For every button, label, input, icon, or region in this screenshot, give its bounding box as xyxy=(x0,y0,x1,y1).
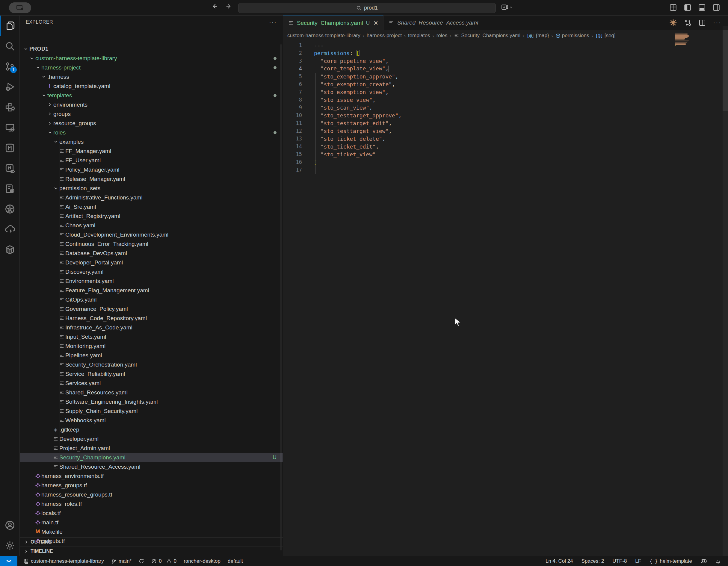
kubernetes-icon[interactable] xyxy=(0,199,20,219)
tree-item-groups[interactable]: groups xyxy=(20,109,283,119)
tree-item-harness-resource-groups-tf[interactable]: harness_resource_groups.tf xyxy=(20,490,283,499)
tree-item-environments[interactable]: environments xyxy=(20,100,283,109)
line-number[interactable]: 3 xyxy=(283,58,302,64)
tree-item-main-tf[interactable]: main.tf xyxy=(20,518,283,527)
terraform-cloud-icon[interactable] xyxy=(0,158,20,179)
code-line-8[interactable]: 8 "sto_issue_view", xyxy=(283,96,721,104)
timeline-section-header[interactable]: TIMELINE xyxy=(20,547,283,556)
line-number[interactable]: 7 xyxy=(283,89,302,95)
tree-item-harness-project[interactable]: harness-project xyxy=(20,63,283,72)
tree-item-roles[interactable]: roles xyxy=(20,128,283,137)
tree-item-ff-manager-yaml[interactable]: FF_Manager.yaml xyxy=(20,147,283,156)
tree-item-webhooks-yaml[interactable]: Webhooks.yaml xyxy=(20,416,283,425)
tab-security-champions-yaml[interactable]: Security_Champions.yamlU✕ xyxy=(283,16,383,30)
status-problems[interactable]: 00 xyxy=(151,558,176,564)
code-line-14[interactable]: 14 "sto_ticket_edit", xyxy=(283,143,721,150)
breadcrumb-item-security-champions-yaml[interactable]: Security_Champions.yaml xyxy=(454,33,520,39)
tree-item-developer-portal-yaml[interactable]: Developer_Portal.yaml xyxy=(20,258,283,267)
line-number[interactable]: 4 xyxy=(283,66,302,72)
line-number[interactable]: 1 xyxy=(283,42,302,48)
tree-item-cloud-development-environments-yaml[interactable]: Cloud_Development_Environments.yaml xyxy=(20,230,283,239)
breadcrumb-item-custom-harness-template-library[interactable]: custom-harness-template-library xyxy=(287,33,360,39)
tree-item-pipelines-yaml[interactable]: Pipelines.yaml xyxy=(20,351,283,360)
more-actions-icon[interactable]: ··· xyxy=(713,19,721,27)
tree-item-locals-tf[interactable]: locals.tf xyxy=(20,508,283,518)
status-rancher[interactable]: rancher-desktop xyxy=(184,558,220,564)
tree-item-services-yaml[interactable]: Services.yaml xyxy=(20,378,283,388)
line-number[interactable]: 13 xyxy=(283,136,302,142)
tree-item-security-champions-yaml[interactable]: Security_Champions.yamlU xyxy=(20,453,283,462)
line-number[interactable]: 16 xyxy=(283,159,302,165)
tree-item-makefile[interactable]: MMakefile xyxy=(20,527,283,536)
tree-item-harness-code-repository-yaml[interactable]: Harness_Code_Repository.yaml xyxy=(20,313,283,323)
tree-item-ff-user-yaml[interactable]: FF_User.yaml xyxy=(20,156,283,165)
code-line-15[interactable]: 15 "sto_ticket_view" xyxy=(283,150,721,158)
open-changes-icon[interactable] xyxy=(684,19,691,26)
layout-toggle-button[interactable] xyxy=(501,4,513,11)
line-number[interactable]: 17 xyxy=(283,167,302,173)
code-line-5[interactable]: 5 "sto_exemption_approve", xyxy=(283,73,721,80)
code-line-9[interactable]: 9 "sto_scan_view", xyxy=(283,104,721,111)
status-language-mode[interactable]: { }helm-template xyxy=(650,558,692,564)
tree-item-custom-harness-template-library[interactable]: custom-harness-template-library xyxy=(20,54,283,63)
code-line-4[interactable]: 4 "core_template_view", xyxy=(283,65,721,73)
minimap[interactable] xyxy=(675,32,689,47)
toggle-secondary-sidebar-button[interactable] xyxy=(712,4,720,11)
tree-item-artifact-registry-yaml[interactable]: Artifact_Registry.yaml xyxy=(20,212,283,221)
line-number[interactable]: 2 xyxy=(283,50,302,56)
accounts-icon[interactable] xyxy=(0,515,20,535)
breadcrumb-item-templates[interactable]: templates xyxy=(408,33,430,39)
status-kube-context[interactable]: default xyxy=(228,558,243,564)
explorer-icon[interactable] xyxy=(0,16,20,36)
breadcrumb-item-map[interactable]: [@]{map} xyxy=(527,33,549,39)
tree-item-examples[interactable]: examples xyxy=(20,137,283,147)
tree-item-environments-yaml[interactable]: Environments.yaml xyxy=(20,277,283,286)
settings-icon[interactable] xyxy=(0,535,20,556)
toggle-sidebar-button[interactable] xyxy=(684,4,691,11)
tree-item-harness[interactable]: .harness xyxy=(20,72,283,82)
tree-item-infrastruce-as-code-yaml[interactable]: Infrastruce_As_Code.yaml xyxy=(20,323,283,332)
code-line-1[interactable]: 1--- xyxy=(283,41,721,49)
close-icon[interactable]: ✕ xyxy=(373,19,378,27)
tree-item-continuous-error-tracking-yaml[interactable]: Continuous_Error_Tracking.yaml xyxy=(20,239,283,249)
code-line-6[interactable]: 6 "sto_exemption_create", xyxy=(283,80,721,88)
explorer-more-actions-button[interactable]: ··· xyxy=(269,19,277,26)
back-button[interactable] xyxy=(211,3,218,10)
forward-button[interactable] xyxy=(226,3,232,10)
tree-item-database-devops-yaml[interactable]: Database_DevOps.yaml xyxy=(20,249,283,258)
line-number[interactable]: 10 xyxy=(283,112,302,118)
breadcrumb-item-permissions[interactable]: permissions xyxy=(555,33,589,39)
status-notifications[interactable] xyxy=(715,559,721,564)
tree-item-templates[interactable]: templates xyxy=(20,91,283,100)
tree-item-discovery-yaml[interactable]: Discovery.yaml xyxy=(20,267,283,277)
status-repo[interactable]: custom-harness-template-library xyxy=(23,558,104,564)
extensions-icon[interactable] xyxy=(0,97,20,117)
tree-item-shared-resources-yaml[interactable]: Shared_Resources.yaml xyxy=(20,388,283,397)
tree-item-harness-environments-tf[interactable]: harness_environments.tf xyxy=(20,471,283,481)
code-line-11[interactable]: 11 "sto_testtarget_edit", xyxy=(283,119,721,127)
tree-item-permission-sets[interactable]: permission_sets xyxy=(20,184,283,193)
breadcrumb-item-seq[interactable]: [@][seq] xyxy=(595,33,615,39)
line-number[interactable]: 12 xyxy=(283,128,302,134)
tree-item-supply-chain-security-yaml[interactable]: Supply_Chain_Security.yaml xyxy=(20,406,283,416)
line-number[interactable]: 5 xyxy=(283,73,302,79)
tree-item-ai-sre-yaml[interactable]: Ai_Sre.yaml xyxy=(20,202,283,212)
tree-item-gitkeep[interactable]: ◈.gitkeep xyxy=(20,425,283,434)
tree-item-prod1[interactable]: PROD1 xyxy=(20,44,283,54)
tree-item-security-orchestration-yaml[interactable]: Security_Orchestration.yaml xyxy=(20,360,283,369)
line-number[interactable]: 6 xyxy=(283,81,302,87)
search-icon[interactable] xyxy=(0,36,20,56)
split-editor-icon[interactable] xyxy=(699,19,706,26)
outline-section-header[interactable]: OUTLINE xyxy=(20,537,283,547)
tree-item-service-reliability-yaml[interactable]: Service_Reliability.yaml xyxy=(20,369,283,378)
remote-indicator-button[interactable]: >< xyxy=(0,556,17,566)
code-editor[interactable]: 1---2permissions: [3 "core_pipeline_view… xyxy=(283,41,721,174)
copilot-sparkle-icon[interactable] xyxy=(669,19,677,27)
toggle-panel-button[interactable] xyxy=(698,4,706,11)
tree-item-gitops-yaml[interactable]: GitOps.yaml xyxy=(20,295,283,304)
customize-layout-button[interactable] xyxy=(669,4,677,11)
line-number[interactable]: 14 xyxy=(283,144,302,150)
code-line-16[interactable]: 16] xyxy=(283,158,721,166)
breadcrumb-item-roles[interactable]: roles xyxy=(437,33,448,39)
code-line-10[interactable]: 10 "sto_testtarget_approve", xyxy=(283,111,721,119)
